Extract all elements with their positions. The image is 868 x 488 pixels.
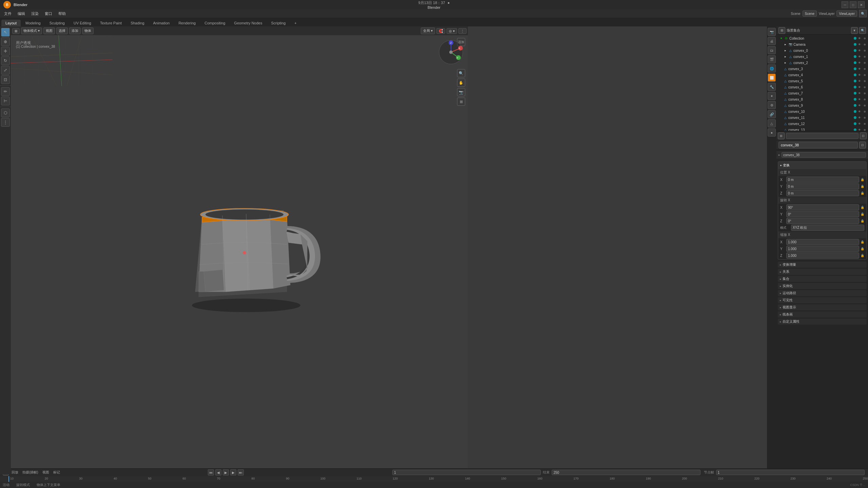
viewport-grid-toggle[interactable]: ⊞ — [457, 98, 465, 106]
viewport-select-menu[interactable]: 选择 — [56, 27, 68, 34]
scale-x-lock[interactable]: 🔒 — [861, 240, 864, 244]
outliner-row-convex-7[interactable]: △ convex_7 👁 ⊕ — [776, 90, 868, 96]
camera-render-icon[interactable]: ⊕ — [863, 42, 867, 46]
convex13-render[interactable]: ⊕ — [863, 128, 867, 131]
rotation-mode-field[interactable]: XYZ 欧拉 — [791, 225, 864, 231]
rotation-y-lock[interactable]: 🔒 — [861, 212, 864, 216]
prop-collections[interactable]: ▸ 集合 — [778, 276, 867, 282]
sub-object-field[interactable]: convex_38 — [782, 152, 866, 158]
convex10-eye[interactable]: 👁 — [857, 109, 862, 114]
collection-render-icon[interactable]: ⊕ — [863, 36, 867, 40]
convex11-eye[interactable]: 👁 — [857, 116, 862, 120]
tool-add-more[interactable]: ⋮ — [1, 118, 10, 127]
prop-tab-material[interactable]: ● — [768, 128, 776, 137]
scale-y-lock[interactable]: 🔒 — [861, 247, 864, 250]
collection-eye-icon[interactable]: 👁 — [857, 36, 862, 40]
outliner-row-camera[interactable]: ▸ 📷 Camera 👁 ⊕ — [776, 41, 868, 47]
prop-relations[interactable]: ▸ 关系 — [778, 269, 867, 275]
viewport-snap[interactable]: 🧲 — [436, 28, 445, 34]
outliner-search-icon[interactable]: 🔍 — [859, 27, 866, 34]
convex9-render[interactable]: ⊕ — [863, 103, 867, 107]
viewport-camera[interactable]: 📷 — [457, 88, 465, 96]
end-frame-field[interactable]: 250 — [552, 470, 700, 475]
skip-to-end-button[interactable]: ⏭ — [238, 469, 244, 475]
rotation-z-field[interactable]: 0° — [786, 218, 859, 224]
rotation-x-lock[interactable]: 🔒 — [861, 206, 864, 209]
minimize-button[interactable]: ─ — [842, 1, 848, 8]
convex2-eye[interactable]: 👁 — [857, 61, 862, 65]
prop-lineart[interactable]: ▸ 线条画 — [778, 311, 867, 318]
convex4-eye[interactable]: 👁 — [857, 73, 862, 77]
outliner-row-convex-4[interactable]: △ convex_4 👁 ⊕ — [776, 72, 868, 78]
prop-tab-view-layer[interactable]: 🗂 — [768, 46, 776, 54]
tab-shading[interactable]: Shading — [126, 20, 148, 26]
convex11-render[interactable]: ⊕ — [863, 116, 867, 120]
convex4-render[interactable]: ⊕ — [863, 73, 867, 77]
tool-add-cube[interactable]: ⬡ — [1, 108, 10, 117]
menu-window[interactable]: 窗口 — [42, 11, 55, 17]
outliner-row-convex-3[interactable]: △ convex_3 👁 ⊕ — [776, 66, 868, 72]
scale-y-field[interactable]: 1.000 — [786, 246, 859, 252]
viewport-editor-type[interactable]: ⊞ — [12, 28, 20, 34]
rotation-x-field[interactable]: 90° — [786, 204, 859, 210]
outliner-row-convex-1[interactable]: ▸ △ convex_1 👁 ⊕ — [776, 54, 868, 60]
viewport-add-menu[interactable]: 添加 — [69, 27, 81, 34]
tab-scripting[interactable]: Scripting — [267, 20, 290, 26]
timeline-track[interactable]: 10 20 30 40 50 60 70 80 90 100 110 120 1… — [0, 476, 868, 482]
location-x-lock[interactable]: 🔒 — [861, 178, 864, 181]
props-search-input[interactable] — [786, 133, 859, 139]
start-frame-field[interactable]: 1 — [392, 470, 541, 475]
tool-annotate[interactable]: ✏ — [1, 87, 10, 96]
convex3-eye[interactable]: 👁 — [857, 67, 862, 71]
prop-tab-modifier[interactable]: 🔧 — [768, 83, 776, 91]
viewport-3d[interactable]: 用户透视 (1) Collection | convex_38 适加 X Y Z… — [11, 35, 468, 474]
prop-tab-output[interactable]: 🖨 — [768, 37, 776, 45]
scale-z-field[interactable]: 1.000 — [786, 252, 859, 259]
location-z-lock[interactable]: 🔒 — [861, 191, 864, 195]
prop-viewport-display[interactable]: ▸ 视图显示 — [778, 304, 867, 310]
obj-name-options[interactable]: ⊡ — [859, 142, 866, 148]
viewport-mode-selector[interactable]: 物体模式 ▾ — [21, 27, 42, 34]
convex12-eye[interactable]: 👁 — [857, 122, 862, 126]
search-icon[interactable]: 🔍 — [859, 10, 867, 17]
prop-instancing[interactable]: ▸ 实例化 — [778, 283, 867, 289]
props-editor-type[interactable]: ⊞ — [778, 133, 785, 139]
convex10-render[interactable]: ⊕ — [863, 109, 867, 114]
scene-selector[interactable]: Scene — [803, 11, 817, 17]
convex2-render[interactable]: ⊕ — [863, 61, 867, 65]
menu-help[interactable]: 帮助 — [56, 11, 68, 17]
convex6-render[interactable]: ⊕ — [863, 85, 867, 89]
tab-geometry-nodes[interactable]: Geometry Nodes — [230, 20, 266, 26]
viewport-hand-tool[interactable]: ✋ — [457, 79, 465, 87]
convex0-eye-icon[interactable]: 👁 — [857, 48, 862, 53]
convex5-eye[interactable]: 👁 — [857, 79, 862, 83]
prop-custom-properties[interactable]: ▸ 自定义属性 — [778, 319, 867, 325]
next-frame-button[interactable]: ▶ — [230, 469, 236, 475]
convex7-render[interactable]: ⊕ — [863, 91, 867, 95]
menu-render[interactable]: 渲染 — [28, 11, 41, 17]
object-name-field[interactable]: convex_38 — [778, 142, 858, 148]
convex8-eye[interactable]: 👁 — [857, 97, 862, 101]
convex9-eye[interactable]: 👁 — [857, 103, 862, 107]
convex6-eye[interactable]: 👁 — [857, 85, 862, 89]
outliner-row-convex-5[interactable]: △ convex_5 👁 ⊕ — [776, 78, 868, 84]
prop-tab-render[interactable]: 📷 — [768, 28, 776, 36]
outliner-row-convex-2[interactable]: ▸ △ convex_2 👁 ⊕ — [776, 60, 868, 66]
prop-tab-scene[interactable]: 🎬 — [768, 55, 776, 63]
tool-move[interactable]: ✛ — [1, 47, 10, 56]
prop-tab-world[interactable]: 🌐 — [768, 64, 776, 73]
prop-tab-data[interactable]: △ — [768, 119, 776, 127]
rotation-z-lock[interactable]: 🔒 — [861, 219, 864, 223]
location-y-lock[interactable]: 🔒 — [861, 185, 864, 188]
menu-edit[interactable]: 编辑 — [15, 11, 28, 17]
outliner-row-convex-6[interactable]: △ convex_6 👁 ⊕ — [776, 84, 868, 90]
tab-texture-paint[interactable]: Texture Paint — [96, 20, 126, 26]
outliner-row-collection[interactable]: ▾ ⊞ Collection 👁 ⊕ — [776, 35, 868, 41]
tab-uv-editing[interactable]: UV Editing — [70, 20, 95, 26]
convex0-render-icon[interactable]: ⊕ — [863, 48, 867, 53]
tool-scale[interactable]: ⤢ — [1, 66, 10, 75]
menu-file[interactable]: 文件 — [1, 11, 14, 17]
convex7-eye[interactable]: 👁 — [857, 91, 862, 95]
viewport-view-menu[interactable]: 视图 — [43, 27, 55, 34]
outliner-editor-type[interactable]: ⊞ — [778, 27, 785, 34]
